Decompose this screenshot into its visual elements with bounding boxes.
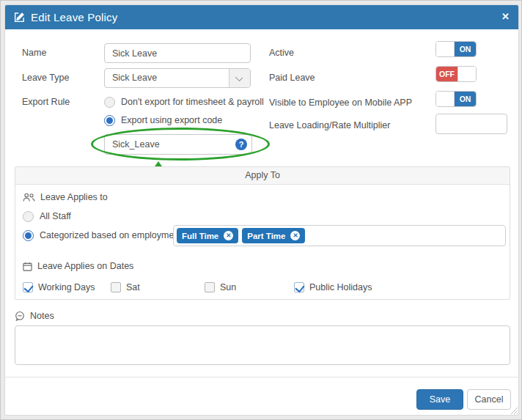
- checkbox-icon: [205, 282, 215, 292]
- checkbox-sat[interactable]: Sat: [111, 281, 140, 294]
- visible-mobile-toggle[interactable]: ON: [435, 91, 477, 107]
- users-icon: [23, 193, 35, 202]
- toggle-state-text: ON: [455, 92, 476, 106]
- leave-applies-to-row: Leave Applies to: [23, 192, 108, 202]
- notes-row: Notes: [15, 311, 54, 321]
- resize-handle[interactable]: [510, 407, 518, 414]
- radio-selected-icon: [23, 230, 34, 241]
- active-label: Active: [269, 43, 294, 63]
- leave-applies-on-dates-row: Leave Applies on Dates: [23, 261, 133, 271]
- remove-tag-icon[interactable]: ✕: [290, 231, 300, 240]
- toggle-knob: [436, 92, 455, 106]
- tag-label: Part Time: [247, 232, 285, 240]
- rate-multiplier-label: Leave Loading/Rate Multiplier: [269, 116, 390, 136]
- save-button[interactable]: Save: [416, 389, 463, 410]
- export-rule-label: Export Rule: [22, 92, 70, 112]
- remove-tag-icon[interactable]: ✕: [224, 231, 233, 240]
- tag-label: Full Time: [182, 232, 218, 240]
- help-icon[interactable]: ?: [235, 139, 247, 150]
- checkbox-public-holidays[interactable]: Public Holidays: [294, 281, 372, 294]
- leave-type-label: Leave Type: [22, 68, 69, 88]
- name-input[interactable]: [104, 43, 251, 63]
- apply-to-section: Apply To Leave Applies to All Staff: [15, 166, 510, 300]
- active-toggle[interactable]: ON: [435, 41, 477, 57]
- leave-type-value: Sick Leave: [105, 69, 229, 87]
- apply-to-header: Apply To: [15, 167, 510, 185]
- radio-dont-export[interactable]: Don't export for timesheet & payroll: [104, 95, 264, 108]
- dialog-title: Edit Leave Policy: [31, 11, 117, 23]
- calendar-icon: [23, 262, 32, 271]
- radio-export-code-label: Export using export code: [121, 115, 222, 125]
- radio-all-staff[interactable]: All Staff: [23, 210, 71, 223]
- rate-multiplier-input[interactable]: [435, 114, 507, 134]
- leave-applies-to-label: Leave Applies to: [40, 192, 108, 202]
- toggle-knob: [436, 42, 455, 56]
- checkbox-working-days[interactable]: Working Days: [23, 281, 95, 294]
- export-code-input[interactable]: [104, 134, 252, 155]
- radio-icon: [104, 97, 115, 108]
- cancel-button[interactable]: Cancel: [467, 389, 511, 410]
- radio-dont-export-label: Don't export for timesheet & payroll: [121, 97, 264, 107]
- comment-icon: [15, 311, 25, 321]
- tag-full-time: Full Time ✕: [177, 228, 238, 243]
- sun-label: Sun: [220, 282, 236, 292]
- edit-leave-policy-dialog: Edit Leave Policy ✕ Name Leave Type Sick…: [4, 4, 519, 416]
- radio-selected-icon: [104, 115, 115, 126]
- paid-leave-label: Paid Leave: [269, 68, 315, 88]
- checkbox-sun[interactable]: Sun: [205, 281, 236, 294]
- leave-applies-on-dates-label: Leave Applies on Dates: [37, 261, 133, 271]
- public-holidays-label: Public Holidays: [309, 282, 372, 292]
- tag-part-time: Part Time ✕: [242, 228, 305, 243]
- leave-type-dropdown-button[interactable]: [229, 69, 250, 87]
- notes-textarea[interactable]: [15, 325, 510, 365]
- name-label: Name: [22, 43, 46, 63]
- export-code-field-wrap: ?: [104, 134, 252, 155]
- all-staff-label: All Staff: [40, 211, 71, 221]
- chevron-down-icon: [235, 74, 243, 81]
- checkbox-icon: [111, 282, 121, 292]
- leave-type-select[interactable]: Sick Leave: [104, 68, 251, 88]
- close-icon[interactable]: ✕: [501, 11, 510, 23]
- sat-label: Sat: [126, 282, 140, 292]
- working-days-label: Working Days: [38, 282, 95, 292]
- footer-divider: [5, 377, 518, 377]
- toggle-state-text: ON: [455, 42, 476, 56]
- radio-icon: [23, 211, 34, 222]
- toggle-knob: [457, 67, 476, 81]
- dialog-header: Edit Leave Policy ✕: [5, 5, 518, 29]
- page-background: Edit Leave Policy ✕ Name Leave Type Sick…: [0, 0, 522, 420]
- radio-export-code[interactable]: Export using export code: [104, 114, 222, 127]
- employment-types-tags-input[interactable]: Full Time ✕ Part Time ✕: [173, 225, 506, 246]
- paid-leave-toggle[interactable]: OFF: [435, 66, 477, 82]
- edit-pencil-icon: [14, 12, 25, 23]
- notes-label: Notes: [30, 311, 54, 321]
- checkbox-checked-icon: [294, 282, 304, 292]
- checkbox-checked-icon: [23, 282, 33, 292]
- visible-mobile-label: Visible to Employee on Mobile APP: [269, 93, 412, 113]
- toggle-state-text: OFF: [436, 67, 457, 81]
